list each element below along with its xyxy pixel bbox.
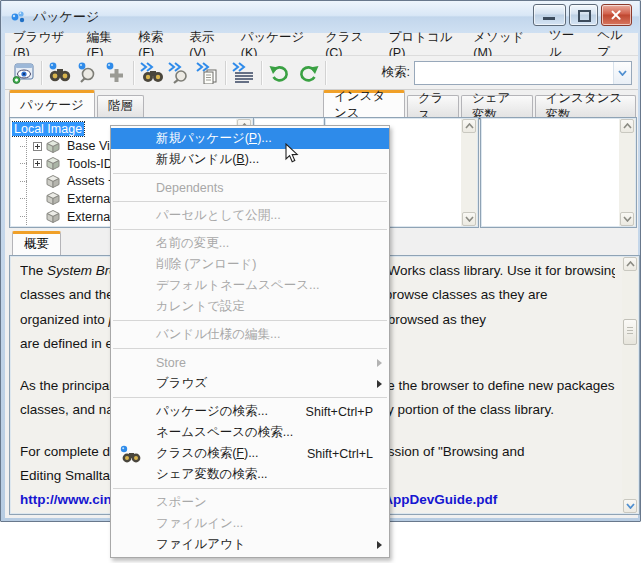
menu-item-label: 名前の変更... — [156, 235, 229, 252]
menu-item-13: バンドル仕様の編集... — [111, 324, 389, 345]
advanced-find-binoculars-button[interactable] — [138, 59, 166, 87]
tree-stub — [20, 181, 27, 182]
bundle-icon — [45, 139, 61, 154]
dropdown-arrow-icon — [618, 70, 627, 76]
chevron-up-icon — [623, 123, 632, 129]
scroll-down-button[interactable] — [623, 499, 637, 513]
tab-left-1[interactable]: パッケージ — [9, 90, 95, 117]
toolbar-separator — [225, 61, 227, 85]
variable-list-scrollbar[interactable] — [619, 119, 635, 226]
scroll-down-button[interactable] — [620, 212, 634, 226]
scroll-up-button[interactable] — [623, 257, 637, 271]
tree-item-local-image[interactable]: Local Image — [12, 120, 84, 137]
find-binoculars-button[interactable] — [46, 59, 74, 87]
app-icon — [10, 9, 28, 25]
toolbar-separator — [261, 61, 263, 85]
menu-separator — [113, 201, 387, 202]
senders-list-button[interactable] — [230, 59, 258, 87]
submenu-arrow-icon — [377, 541, 382, 549]
tree-item-assets-[interactable]: Assets + — [12, 173, 117, 190]
menu-item-shortcut: Shift+Ctrl+P — [306, 405, 373, 419]
menu-item-15: Store — [111, 352, 389, 373]
menu-item-1[interactable]: 新規パッケージ(P)... — [111, 128, 389, 149]
add-button[interactable] — [102, 59, 130, 87]
menu-item-label: ファイルアウト — [156, 536, 246, 553]
menu-separator — [113, 348, 387, 349]
menu-item-label: 新規バンドル(B)... — [156, 151, 259, 168]
close-button[interactable] — [601, 4, 632, 26]
advanced-find-magnifier-button[interactable] — [166, 59, 194, 87]
package-icon — [45, 191, 61, 206]
binoculars-icon — [48, 62, 72, 84]
menu-item-label: 削除 (アンロード) — [156, 256, 256, 273]
window-title: パッケージ — [33, 8, 99, 26]
lines-chevron-icon — [231, 62, 257, 84]
close-icon — [602, 5, 631, 25]
maximize-icon — [578, 10, 591, 22]
package-icon — [45, 174, 61, 189]
maximize-button[interactable] — [569, 4, 598, 26]
minimize-button[interactable] — [533, 4, 566, 26]
screen: パッケージ ブラウザ(B)編集(E)検索(F)表示(V)パッケージ(K)クラス(… — [0, 0, 641, 563]
tab-right-2[interactable]: クラス — [407, 95, 459, 117]
binoculars-icon — [119, 445, 145, 463]
tree-stub — [20, 163, 27, 164]
scroll-down-button[interactable] — [462, 212, 476, 226]
tree-stub — [20, 216, 27, 217]
menu-item-shortcut: Shift+Ctrl+L — [307, 447, 373, 461]
tab-right-3[interactable]: シェア変数 — [461, 95, 533, 117]
tab-left-2[interactable]: 階層 — [97, 95, 144, 117]
menu-item-label: 新規パッケージ(P)... — [156, 130, 272, 147]
menu-item-20[interactable]: クラスの検索(F)...Shift+Ctrl+L — [111, 443, 389, 464]
undo-arrow-icon — [268, 62, 292, 84]
tree-stub — [20, 146, 27, 147]
scroll-up-button[interactable] — [620, 119, 634, 133]
menu-item-2[interactable]: 新規バンドル(B)... — [111, 149, 389, 170]
toolbar-separator — [41, 61, 43, 85]
menu-item-8: 名前の変更... — [111, 233, 389, 254]
menu-item-16[interactable]: ブラウズ — [111, 373, 389, 394]
file-references-button[interactable] — [194, 59, 222, 87]
magnifier-icon — [76, 62, 100, 84]
tab-right-4[interactable]: インスタンス変数 — [535, 95, 637, 117]
menu-item-10: デフォルトネームスペース... — [111, 275, 389, 296]
menu-item-label: カレントで設定 — [156, 298, 245, 315]
expand-plus-icon[interactable] — [33, 159, 42, 168]
menu-item-19[interactable]: ネームスペースの検索... — [111, 422, 389, 443]
menu-item-label: ブラウズ — [156, 375, 207, 392]
overview-tab-label: 概要 — [24, 236, 49, 253]
scroll-up-button[interactable] — [462, 119, 476, 133]
expand-plus-icon[interactable] — [33, 142, 42, 151]
menu-item-25[interactable]: ファイルアウト — [111, 534, 389, 555]
find-magnifier-button[interactable] — [74, 59, 102, 87]
search-dropdown-button[interactable] — [613, 62, 631, 84]
menu-item-label: クラスの検索(F)... — [156, 445, 259, 462]
tree-item-tools-ide[interactable]: Tools-IDE — [12, 155, 123, 172]
expander-spacer — [33, 194, 42, 203]
menu-item-4: Dependents — [111, 177, 389, 198]
tab-right-1[interactable]: インスタンス — [323, 90, 405, 117]
redo-button[interactable] — [294, 59, 322, 87]
search-combobox[interactable] — [414, 61, 632, 85]
context-menu: 新規パッケージ(P)...新規バンドル(B)...Dependentsパーセルと… — [110, 125, 390, 558]
menu-item-18[interactable]: パッケージの検索...Shift+Ctrl+P — [111, 401, 389, 422]
document-scrollbar[interactable] — [622, 257, 638, 513]
menu-item-21[interactable]: シェア変数の検索... — [111, 464, 389, 485]
plus-icon — [104, 62, 128, 84]
menu-item-label: Dependents — [156, 181, 223, 195]
eye-browser-button[interactable] — [10, 59, 38, 87]
toolbar-separator — [325, 61, 327, 85]
menu-separator — [113, 229, 387, 230]
menu-item-label: ファイルイン... — [156, 515, 243, 532]
menu-item-9: 削除 (アンロード) — [111, 254, 389, 275]
menu-item-label: スポーン — [156, 494, 207, 511]
class-list-scrollbar[interactable] — [461, 119, 477, 226]
scroll-thumb[interactable] — [623, 319, 637, 345]
tree-item-label: Local Image — [12, 122, 84, 136]
variable-list-pane — [480, 117, 637, 228]
expander-spacer — [33, 212, 42, 221]
toolbar: 検索: — [5, 56, 638, 90]
undo-button[interactable] — [266, 59, 294, 87]
chevron-down-icon — [623, 216, 632, 222]
tab-overview[interactable]: 概要 — [12, 231, 61, 255]
